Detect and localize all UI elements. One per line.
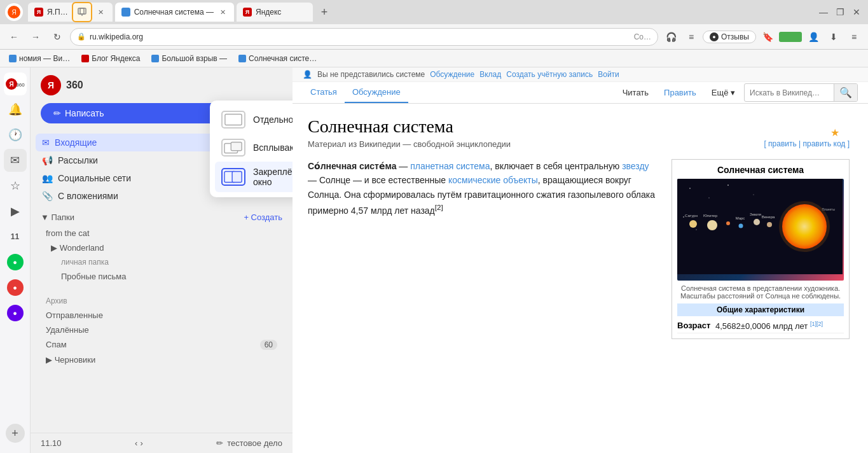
create-folder-button[interactable]: + Создать bbox=[244, 213, 282, 222]
profile-icon[interactable]: 👤 bbox=[804, 28, 822, 46]
svg-rect-2 bbox=[78, 8, 86, 14]
tab-mail[interactable]: Я Я.П… ✕ bbox=[28, 3, 113, 22]
tab-discussion[interactable]: Обсуждение bbox=[345, 82, 408, 103]
wiki-content: Солнечная система ★ Материал из Википеди… bbox=[293, 104, 865, 352]
green-app-icon[interactable]: ● bbox=[4, 251, 27, 274]
create-account-link[interactable]: Создать учётную запись bbox=[506, 70, 593, 79]
inbox-icon: ✉ bbox=[42, 137, 50, 148]
svg-rect-13 bbox=[232, 172, 242, 183]
download-icon[interactable]: ⬇ bbox=[825, 28, 843, 46]
star-bookmark-icon[interactable]: ★ bbox=[830, 127, 839, 139]
attachment-icon: 📎 bbox=[42, 191, 53, 201]
favorites-icon[interactable]: ☆ bbox=[4, 174, 27, 197]
forward-button[interactable]: → bbox=[27, 28, 45, 46]
social-label: Социальные сети bbox=[58, 173, 131, 183]
wiki-footnote: [2] bbox=[435, 203, 443, 211]
back-button[interactable]: ← bbox=[5, 28, 23, 46]
window-type-dropdown: Отдельное окно Всплывающее окно bbox=[210, 101, 293, 197]
notifications-icon[interactable]: 🔔 bbox=[4, 98, 27, 121]
mail-icon[interactable]: ✉ bbox=[4, 149, 27, 172]
mail-footer: 11.10 ‹ › ✏ тестовое дело bbox=[31, 433, 293, 453]
popup-window-option[interactable]: Всплывающее окно bbox=[215, 134, 293, 162]
wiki-infobox: Солнечная система bbox=[672, 159, 850, 339]
maximize-button[interactable]: ❐ bbox=[834, 6, 846, 18]
age-footnote: [1][2] bbox=[810, 321, 823, 327]
infobox-char-header: Общие характеристики bbox=[677, 303, 844, 316]
tab-wiki-title: Солнечная система — bbox=[134, 8, 214, 17]
more-action[interactable]: Ещё ▾ bbox=[705, 84, 741, 101]
bookmark-bigbang[interactable]: Большой взрыв — bbox=[148, 53, 231, 64]
folder-sent[interactable]: Отправленные bbox=[41, 308, 282, 323]
folder-drafts[interactable]: ▶ Черновики bbox=[41, 352, 282, 367]
add-app-button[interactable]: + bbox=[6, 424, 25, 443]
wiki-edit-links[interactable]: [ править | править код ] bbox=[764, 139, 850, 149]
wiki-search-input[interactable] bbox=[745, 86, 834, 100]
reviews-button[interactable]: ● Отзывы bbox=[703, 31, 756, 43]
wiki-link-planet-system[interactable]: планетная система bbox=[410, 161, 490, 171]
new-tab-button[interactable]: + bbox=[315, 3, 333, 21]
folders-label: Папки bbox=[51, 213, 74, 222]
media-icon[interactable]: ▶ bbox=[4, 200, 27, 223]
newsletters-label: Рассылки bbox=[58, 155, 98, 165]
close-button[interactable]: ✕ bbox=[850, 6, 863, 18]
tab-wiki-favicon bbox=[121, 8, 130, 17]
tab-yandex[interactable]: Я Яндекс bbox=[237, 3, 313, 22]
folder-trial[interactable]: Пробные письма bbox=[41, 269, 282, 284]
mail-logo-area: Я 360 bbox=[41, 75, 282, 95]
footer-nav: ‹ › bbox=[135, 438, 143, 448]
footer-task[interactable]: ✏ тестовое дело bbox=[216, 438, 282, 448]
read-action[interactable]: Читать bbox=[616, 84, 655, 101]
tab-wiki-close[interactable]: ✕ bbox=[217, 7, 228, 17]
purple-app-icon[interactable]: ● bbox=[4, 302, 27, 324]
pinned-window-option[interactable]: Закреплённое окно ✓ bbox=[215, 162, 293, 192]
address-input[interactable]: 🔒 ru.wikipedia.org Со… bbox=[70, 28, 658, 46]
discussion-link[interactable]: Обсуждение bbox=[430, 70, 474, 79]
separate-window-option[interactable]: Отдельное окно bbox=[215, 106, 293, 134]
tab-article[interactable]: Статья bbox=[303, 82, 345, 103]
login-link[interactable]: Войти bbox=[598, 70, 619, 79]
reviews-label: Отзывы bbox=[721, 32, 749, 41]
tab-article-label: Статья bbox=[310, 87, 337, 97]
wiki-link-star[interactable]: звезду bbox=[622, 161, 649, 171]
folder-spam[interactable]: Спам 60 bbox=[41, 337, 282, 352]
bookmark-yandex-blog[interactable]: Блог Яндекса bbox=[78, 53, 144, 64]
reader-icon[interactable]: ≡ bbox=[682, 28, 700, 46]
yandex360-logo[interactable]: Я360 bbox=[4, 73, 27, 95]
mail-panel: Я360 🔔 🕐 ✉ ☆ ▶ 11 ● ● ● + bbox=[0, 67, 293, 453]
tab-wiki[interactable]: Солнечная система — ✕ bbox=[115, 3, 234, 22]
attachments-label: С вложениями bbox=[58, 191, 118, 201]
tab-yandex-favicon: Я bbox=[243, 8, 252, 17]
folder-from-cat[interactable]: from the cat bbox=[41, 226, 282, 240]
tab-mail-close[interactable]: ✕ bbox=[96, 7, 106, 17]
browser-logo: Я bbox=[5, 3, 23, 21]
pin-window-button[interactable] bbox=[72, 2, 92, 22]
wiki-search-button[interactable]: 🔍 bbox=[834, 84, 857, 101]
footer-time: 11.10 bbox=[41, 438, 62, 448]
minimize-button[interactable]: — bbox=[817, 6, 830, 18]
wiki-link-space-objects[interactable]: космические объекты bbox=[448, 175, 538, 185]
mail-360-label: 360 bbox=[66, 80, 83, 91]
red-app-icon[interactable]: ● bbox=[4, 276, 27, 299]
headphones-icon[interactable]: 🎧 bbox=[662, 28, 680, 46]
bookmark-astronomy[interactable]: номия — Ви… bbox=[5, 53, 74, 64]
bookmark-astronomy-label: номия — Ви… bbox=[19, 54, 70, 63]
footer-nav-left[interactable]: ‹ bbox=[135, 438, 137, 448]
folder-personal-label: личная папка bbox=[61, 258, 109, 267]
bookmark-icon[interactable]: 🔖 bbox=[759, 28, 776, 46]
clock-icon[interactable]: 🕐 bbox=[4, 123, 27, 146]
edit-action[interactable]: Править bbox=[658, 84, 703, 101]
compose-footer-icon: ✏ bbox=[216, 438, 223, 448]
bookmark-yandex-icon bbox=[81, 55, 89, 62]
bookmark-solar[interactable]: Солнечная систе… bbox=[235, 53, 320, 64]
folder-wonderland[interactable]: ▶ Wonderland bbox=[41, 240, 282, 255]
svg-point-18 bbox=[753, 194, 754, 195]
badge-11-icon[interactable]: 11 bbox=[4, 225, 27, 248]
contributions-link[interactable]: Вклад bbox=[479, 70, 501, 79]
folders-header[interactable]: ▼ Папки + Создать bbox=[41, 213, 282, 222]
reload-button[interactable]: ↻ bbox=[48, 28, 66, 46]
menu-icon[interactable]: ≡ bbox=[845, 28, 863, 46]
footer-nav-right[interactable]: › bbox=[140, 438, 142, 448]
folder-deleted[interactable]: Удалённые bbox=[41, 323, 282, 337]
folder-personal[interactable]: личная папка bbox=[41, 255, 282, 269]
wiki-search[interactable]: 🔍 bbox=[744, 83, 858, 102]
